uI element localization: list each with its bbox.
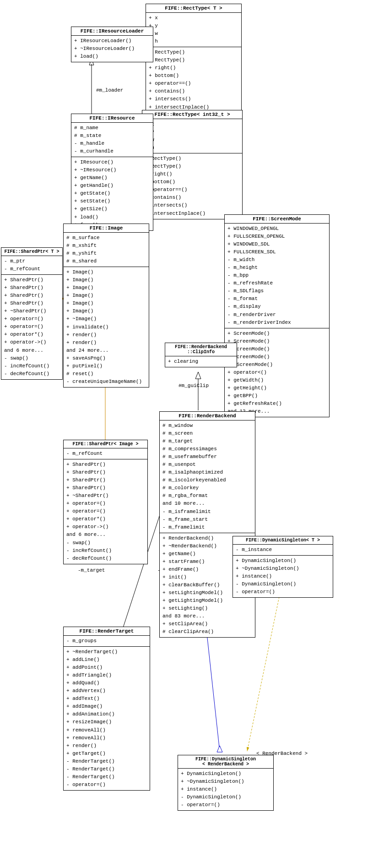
render-target-attrs: - m_groups (64, 636, 150, 647)
iresource-methods: + IResource() + ~IResource() + getName()… (71, 157, 153, 230)
shared-ptr-image-methods: + SharedPtr() + SharedPtr() + SharedPtr(… (64, 459, 147, 564)
image-attrs: # m_surface # m_xshift # m_yshift # m_sh… (64, 233, 149, 267)
svg-text:#m_loader: #m_loader (96, 87, 123, 93)
rect-type-t-methods: + RectType() + RectType() + right() + bo… (146, 47, 241, 112)
iresource-attrs: # m_name # m_state - m_handle - m_curhan… (71, 123, 153, 157)
shared-ptr-t-box: FIFE::SharedPtr< T > - m_ptr - m_refCoun… (1, 247, 63, 380)
shared-ptr-t-methods: + SharedPtr() + SharedPtr() + SharedPtr(… (1, 275, 62, 379)
rect-type-int32-title: FIFE::RectType< int32_t > (142, 110, 242, 119)
dynamic-singleton-t-title: FIFE::DynamicSingleton< T > (233, 536, 333, 545)
rect-type-t-box: FIFE::RectType< T > + x + y + w + h + Re… (146, 4, 242, 113)
render-target-box: FIFE::RenderTarget - m_groups + ~RenderT… (63, 627, 150, 791)
render-target-methods: + ~RenderTarget() + addLine() + addPoint… (64, 647, 150, 790)
screen-mode-methods: + ScreenMode() + ScreenMode() + ScreenMo… (225, 328, 329, 417)
iresource-loader-box: FIFE::IResourceLoader + IResourceLoader(… (71, 27, 153, 62)
iresource-box: FIFE::IResource # m_name # m_state - m_h… (71, 114, 153, 231)
rect-type-int32-methods: + RectType() + RectType() + right() + bo… (142, 153, 242, 218)
shared-ptr-image-box: FIFE::SharedPtr< Image > - m_refCount + … (63, 440, 148, 564)
image-box: FIFE::Image # m_surface # m_xshift # m_y… (63, 224, 149, 388)
rect-type-t-attrs: + x + y + w + h (146, 13, 241, 47)
clip-info-title: FIFE::RenderBackend::ClipInfo (165, 343, 237, 356)
dynamic-singleton-renderbackend-methods: + DynamicSingleton() + ~DynamicSingleton… (178, 769, 273, 810)
screen-mode-box: FIFE::ScreenMode + WINDOWED_OPENGL + FUL… (224, 214, 330, 417)
dynamic-singleton-t-box: FIFE::DynamicSingleton< T > - m_instance… (233, 536, 333, 598)
svg-text:#m_guiClip: #m_guiClip (178, 383, 209, 388)
shared-ptr-image-title: FIFE::SharedPtr< Image > (64, 440, 147, 448)
svg-marker-32 (217, 746, 222, 752)
image-methods: + Image() + Image() + Image() + Image() … (64, 267, 149, 387)
svg-marker-23 (195, 372, 201, 379)
rect-type-int32-box: FIFE::RectType< int32_t > + x + y + w + … (142, 110, 243, 219)
iresource-title: FIFE::IResource (71, 114, 153, 123)
screen-mode-title: FIFE::ScreenMode (225, 215, 329, 224)
shared-ptr-image-attrs: - m_refCount (64, 448, 147, 459)
dynamic-singleton-renderbackend-title: FIFE::DynamicSingleton< RenderBackend > (178, 755, 273, 769)
dynamic-singleton-t-attrs: - m_instance (233, 545, 333, 556)
iresource-loader-title: FIFE::IResourceLoader (71, 27, 153, 36)
rect-type-int32-attrs: + x + y + w + h (142, 119, 242, 153)
clip-info-methods: + clearing (165, 356, 237, 367)
render-backend-attrs: # m_window # m_screen # m_target # m_com… (160, 420, 255, 533)
dynamic-singleton-renderbackend-box: FIFE::DynamicSingleton< RenderBackend > … (178, 755, 274, 811)
svg-text:-m_target: -m_target (78, 568, 105, 573)
rect-type-t-title: FIFE::RectType< T > (146, 4, 241, 13)
image-title: FIFE::Image (64, 224, 149, 233)
iresource-loader-methods: + IResourceLoader() + ~IResourceLoader()… (71, 36, 153, 62)
render-target-title: FIFE::RenderTarget (64, 627, 150, 636)
clip-info-box: FIFE::RenderBackend::ClipInfo + clearing (165, 343, 237, 367)
dynamic-singleton-t-methods: + DynamicSingleton() + ~DynamicSingleton… (233, 556, 333, 597)
shared-ptr-t-attrs: - m_ptr - m_refCount (1, 256, 62, 275)
render-backend-title: FIFE::RenderBackend (160, 412, 255, 420)
render-backend-box: FIFE::RenderBackend # m_window # m_scree… (159, 411, 255, 638)
screen-mode-attrs: + WINDOWED_OPENGL + FULLSCREEN_OPENGL + … (225, 224, 329, 328)
shared-ptr-t-title: FIFE::SharedPtr< T > (1, 248, 62, 256)
